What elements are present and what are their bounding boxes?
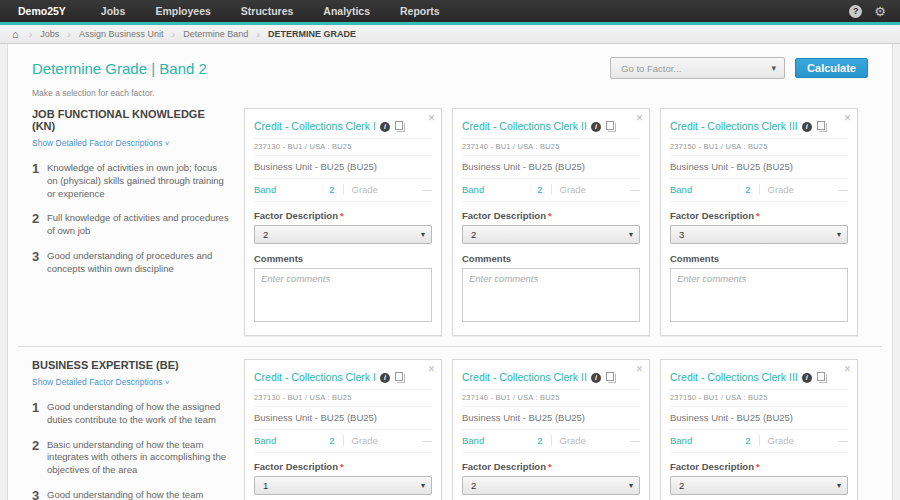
nav-item-structures[interactable]: Structures xyxy=(226,0,309,22)
factor-description-label: Factor Description* xyxy=(254,461,432,472)
factor-option: 1 Knowledge of activities in own job; fo… xyxy=(32,161,230,200)
factor-description-label: Factor Description* xyxy=(670,210,848,221)
grade-label: Grade xyxy=(352,184,378,195)
info-icon[interactable]: i xyxy=(591,373,601,383)
band-grade-row: Band2 Grade— xyxy=(462,430,640,453)
chevron-down-icon: ▾ xyxy=(421,230,425,239)
main-content-frame: Determine Grade | Band 2 Go to Factor...… xyxy=(7,44,893,500)
card-title-row: Credit - Collections Clerk IIIi xyxy=(670,367,848,390)
job-card-clerk-3: × Credit - Collections Clerk IIIi 237150… xyxy=(660,108,858,336)
job-title-link[interactable]: Credit - Collections Clerk III xyxy=(670,120,798,132)
business-unit-text: Business Unit - BU25 (BU25) xyxy=(254,156,432,179)
nav-item-reports[interactable]: Reports xyxy=(385,0,455,22)
section-business-expertise: BUSINESS EXPERTISE (BE) Show Detailed Fa… xyxy=(8,349,892,500)
info-icon[interactable]: i xyxy=(591,122,601,132)
go-to-factor-value: Go to Factor... xyxy=(621,63,681,74)
factor-option: 2 Basic understanding of how the team in… xyxy=(32,438,230,477)
help-icon[interactable]: ? xyxy=(849,5,862,18)
job-code: 237130 - BU1 / USA : BU25 xyxy=(254,390,432,407)
job-code: 237130 - BU1 / USA : BU25 xyxy=(254,139,432,156)
grade-value: — xyxy=(631,184,641,195)
comments-textarea[interactable] xyxy=(670,268,848,322)
business-unit-text: Business Unit - BU25 (BU25) xyxy=(462,407,640,430)
close-icon[interactable]: × xyxy=(428,362,435,376)
go-to-factor-select[interactable]: Go to Factor... ▾ xyxy=(610,57,785,79)
job-title-link[interactable]: Credit - Collections Clerk III xyxy=(670,371,798,383)
page-header: Determine Grade | Band 2 Go to Factor...… xyxy=(8,44,892,79)
job-title-link[interactable]: Credit - Collections Clerk I xyxy=(254,120,376,132)
breadcrumb-separator-icon: › xyxy=(172,28,176,40)
grade-label: Grade xyxy=(560,184,586,195)
factor-description-label: Factor Description* xyxy=(254,210,432,221)
job-card-clerk-2: × Credit - Collections Clerk IIi 237140 … xyxy=(452,108,650,336)
grade-label: Grade xyxy=(768,184,794,195)
factor-description-select[interactable]: 2 ▾ xyxy=(254,225,432,244)
close-icon[interactable]: × xyxy=(428,111,435,125)
job-title-link[interactable]: Credit - Collections Clerk I xyxy=(254,371,376,383)
grade-value: — xyxy=(631,435,641,446)
band-label: Band xyxy=(670,435,692,446)
factor-description-select[interactable]: 2 ▾ xyxy=(670,476,848,495)
close-icon[interactable]: × xyxy=(844,362,851,376)
job-cards-row: × Credit - Collections Clerk Ii 237130 -… xyxy=(244,359,858,500)
close-icon[interactable]: × xyxy=(636,362,643,376)
info-icon[interactable]: i xyxy=(802,373,812,383)
factor-description-select[interactable]: 2 ▾ xyxy=(462,225,640,244)
comments-textarea[interactable] xyxy=(254,268,432,322)
breadcrumb-jobs[interactable]: Jobs xyxy=(40,29,59,39)
copy-icon[interactable] xyxy=(817,372,825,381)
section-divider xyxy=(18,346,882,347)
breadcrumb-assign-business-unit[interactable]: Assign Business Unit xyxy=(79,29,164,39)
info-icon[interactable]: i xyxy=(380,373,390,383)
option-number: 1 xyxy=(32,400,47,427)
factor-description-select[interactable]: 1 ▾ xyxy=(254,476,432,495)
factor-description-select[interactable]: 2 ▾ xyxy=(462,476,640,495)
show-detailed-factor-descriptions-link[interactable]: Show Detailed Factor Descriptions ˅ xyxy=(32,138,169,148)
required-asterisk: * xyxy=(340,210,344,221)
nav-item-analytics[interactable]: Analytics xyxy=(308,0,385,22)
business-unit-text: Business Unit - BU25 (BU25) xyxy=(670,407,848,430)
comments-textarea[interactable] xyxy=(462,268,640,322)
option-number: 3 xyxy=(32,488,47,500)
close-icon[interactable]: × xyxy=(636,111,643,125)
business-unit-text: Business Unit - BU25 (BU25) xyxy=(254,407,432,430)
job-title-link[interactable]: Credit - Collections Clerk II xyxy=(462,371,587,383)
copy-icon[interactable] xyxy=(395,121,403,130)
copy-icon[interactable] xyxy=(395,372,403,381)
factor-description-select[interactable]: 3 ▾ xyxy=(670,225,848,244)
option-number: 3 xyxy=(32,249,47,276)
factor-description-label: Factor Description* xyxy=(462,461,640,472)
factor-description-value: 1 xyxy=(263,480,268,491)
info-icon[interactable]: i xyxy=(802,122,812,132)
band-value: 2 xyxy=(329,435,334,446)
show-detailed-factor-descriptions-link[interactable]: Show Detailed Factor Descriptions ˅ xyxy=(32,377,169,387)
breadcrumb: ⌂ › Jobs › Assign Business Unit › Determ… xyxy=(0,25,900,44)
instruction-text: Make a selection for each factor. xyxy=(8,79,892,98)
close-icon[interactable]: × xyxy=(844,111,851,125)
breadcrumb-separator-icon: › xyxy=(256,28,260,40)
factor-option: 1 Good understanding of how the assigned… xyxy=(32,400,230,427)
gear-icon[interactable]: ⚙ xyxy=(874,5,886,18)
nav-brand[interactable]: Demo25Y xyxy=(0,0,86,22)
home-icon[interactable]: ⌂ xyxy=(12,28,19,40)
copy-icon[interactable] xyxy=(606,372,614,381)
nav-item-employees[interactable]: Employees xyxy=(140,0,225,22)
job-title-link[interactable]: Credit - Collections Clerk II xyxy=(462,120,587,132)
info-icon[interactable]: i xyxy=(380,122,390,132)
breadcrumb-determine-band[interactable]: Determine Band xyxy=(183,29,248,39)
job-card-clerk-1: × Credit - Collections Clerk Ii 237130 -… xyxy=(244,108,442,336)
comments-label: Comments xyxy=(462,253,640,264)
grade-value: — xyxy=(423,184,433,195)
factor-description-value: 2 xyxy=(679,480,684,491)
grade-value: — xyxy=(839,435,849,446)
copy-icon[interactable] xyxy=(817,121,825,130)
band-value: 2 xyxy=(537,435,542,446)
job-code: 237140 - BU1 / USA : BU25 xyxy=(462,390,640,407)
calculate-button[interactable]: Calculate xyxy=(795,58,868,78)
option-number: 2 xyxy=(32,438,47,477)
grade-label: Grade xyxy=(352,435,378,446)
nav-item-jobs[interactable]: Jobs xyxy=(86,0,141,22)
section-title: JOB FUNCTIONAL KNOWLEDGE (KN) xyxy=(32,108,230,132)
factor-description-label: Factor Description* xyxy=(462,210,640,221)
copy-icon[interactable] xyxy=(606,121,614,130)
